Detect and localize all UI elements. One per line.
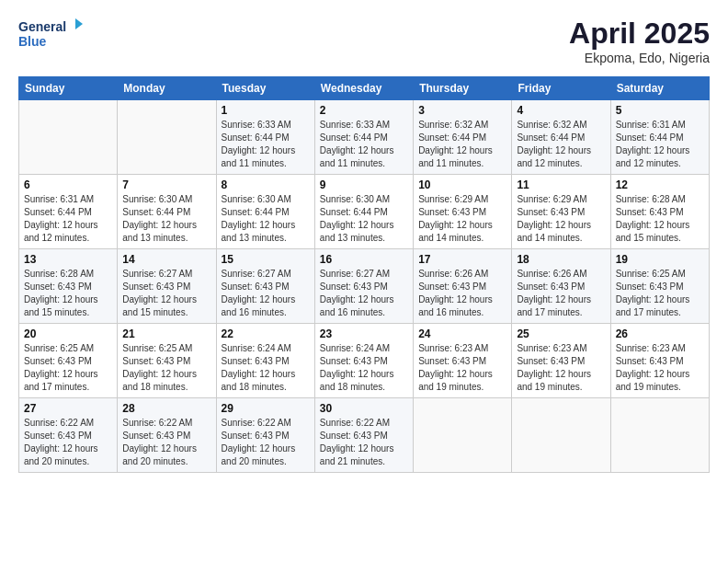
header-tuesday: Tuesday [216,77,314,100]
day-info: Sunrise: 6:23 AM Sunset: 6:43 PM Dayligh… [517,342,605,394]
calendar-cell: 10Sunrise: 6:29 AM Sunset: 6:43 PM Dayli… [414,175,512,249]
day-info: Sunrise: 6:27 AM Sunset: 6:43 PM Dayligh… [122,268,210,319]
day-info: Sunrise: 6:22 AM Sunset: 6:43 PM Dayligh… [122,417,210,468]
day-number: 27 [24,402,112,415]
day-number: 3 [418,104,506,117]
day-info: Sunrise: 6:27 AM Sunset: 6:43 PM Dayligh… [222,268,310,319]
calendar-cell: 25Sunrise: 6:23 AM Sunset: 6:43 PM Dayli… [512,324,610,398]
day-number: 16 [320,253,408,266]
calendar-table: Sunday Monday Tuesday Wednesday Thursday… [18,76,710,473]
day-number: 9 [320,178,408,191]
day-number: 5 [616,104,704,117]
day-info: Sunrise: 6:25 AM Sunset: 6:43 PM Dayligh… [616,268,704,319]
day-info: Sunrise: 6:29 AM Sunset: 6:43 PM Dayligh… [517,193,605,245]
calendar-cell: 9Sunrise: 6:30 AM Sunset: 6:44 PM Daylig… [314,175,413,249]
day-number: 11 [517,178,605,191]
calendar-cell: 2Sunrise: 6:33 AM Sunset: 6:44 PM Daylig… [314,100,413,175]
day-number: 24 [418,327,506,340]
day-info: Sunrise: 6:24 AM Sunset: 6:43 PM Dayligh… [222,342,310,394]
calendar-cell: 20Sunrise: 6:25 AM Sunset: 6:43 PM Dayli… [19,324,118,398]
day-number: 20 [24,327,112,340]
day-info: Sunrise: 6:32 AM Sunset: 6:44 PM Dayligh… [517,119,605,170]
day-info: Sunrise: 6:33 AM Sunset: 6:44 PM Dayligh… [222,119,310,170]
header-wednesday: Wednesday [314,77,413,100]
logo: General Blue [18,17,83,50]
weekday-header-row: Sunday Monday Tuesday Wednesday Thursday… [19,77,710,100]
day-number: 19 [616,253,704,266]
calendar-cell: 19Sunrise: 6:25 AM Sunset: 6:43 PM Dayli… [610,249,709,324]
day-info: Sunrise: 6:22 AM Sunset: 6:43 PM Dayligh… [320,417,408,468]
calendar-cell: 13Sunrise: 6:28 AM Sunset: 6:43 PM Dayli… [19,249,118,324]
day-info: Sunrise: 6:33 AM Sunset: 6:44 PM Dayligh… [320,119,408,170]
calendar-cell [118,100,216,175]
day-number: 6 [24,178,112,191]
day-info: Sunrise: 6:31 AM Sunset: 6:44 PM Dayligh… [24,193,112,245]
calendar-cell: 8Sunrise: 6:30 AM Sunset: 6:44 PM Daylig… [216,175,314,249]
calendar-cell: 1Sunrise: 6:33 AM Sunset: 6:44 PM Daylig… [216,100,314,175]
calendar-row-0: 1Sunrise: 6:33 AM Sunset: 6:44 PM Daylig… [19,100,710,175]
day-info: Sunrise: 6:30 AM Sunset: 6:44 PM Dayligh… [122,193,210,245]
calendar-cell: 6Sunrise: 6:31 AM Sunset: 6:44 PM Daylig… [19,175,118,249]
main-title: April 2025 [569,17,710,51]
calendar-cell: 26Sunrise: 6:23 AM Sunset: 6:43 PM Dayli… [610,324,709,398]
header-thursday: Thursday [414,77,512,100]
svg-marker-2 [75,18,83,29]
calendar-cell: 18Sunrise: 6:26 AM Sunset: 6:43 PM Dayli… [512,249,610,324]
calendar-cell: 11Sunrise: 6:29 AM Sunset: 6:43 PM Dayli… [512,175,610,249]
day-info: Sunrise: 6:30 AM Sunset: 6:44 PM Dayligh… [222,193,310,245]
calendar-cell: 16Sunrise: 6:27 AM Sunset: 6:43 PM Dayli… [314,249,413,324]
header-sunday: Sunday [19,77,118,100]
calendar-cell: 24Sunrise: 6:23 AM Sunset: 6:43 PM Dayli… [414,324,512,398]
day-number: 15 [222,253,310,266]
header-saturday: Saturday [610,77,709,100]
calendar-cell: 21Sunrise: 6:25 AM Sunset: 6:43 PM Dayli… [118,324,216,398]
calendar-cell: 7Sunrise: 6:30 AM Sunset: 6:44 PM Daylig… [118,175,216,249]
day-info: Sunrise: 6:26 AM Sunset: 6:43 PM Dayligh… [418,268,506,319]
day-number: 28 [122,402,210,415]
day-number: 25 [517,327,605,340]
calendar-cell: 14Sunrise: 6:27 AM Sunset: 6:43 PM Dayli… [118,249,216,324]
day-number: 17 [418,253,506,266]
page: General Blue April 2025 Ekpoma, Edo, Nig… [0,0,728,563]
svg-text:General: General [18,19,66,34]
day-number: 12 [616,178,704,191]
day-number: 13 [24,253,112,266]
calendar-cell: 23Sunrise: 6:24 AM Sunset: 6:43 PM Dayli… [314,324,413,398]
calendar-cell [19,100,118,175]
day-info: Sunrise: 6:22 AM Sunset: 6:43 PM Dayligh… [24,417,112,468]
header: General Blue April 2025 Ekpoma, Edo, Nig… [18,17,710,65]
calendar-cell [610,398,709,473]
calendar-cell: 5Sunrise: 6:31 AM Sunset: 6:44 PM Daylig… [610,100,709,175]
day-number: 29 [222,402,310,415]
day-info: Sunrise: 6:30 AM Sunset: 6:44 PM Dayligh… [320,193,408,245]
day-number: 2 [320,104,408,117]
svg-text:Blue: Blue [18,34,47,49]
subtitle: Ekpoma, Edo, Nigeria [569,51,710,65]
day-info: Sunrise: 6:23 AM Sunset: 6:43 PM Dayligh… [616,342,704,394]
calendar-cell: 22Sunrise: 6:24 AM Sunset: 6:43 PM Dayli… [216,324,314,398]
calendar-cell [414,398,512,473]
day-info: Sunrise: 6:25 AM Sunset: 6:43 PM Dayligh… [122,342,210,394]
day-number: 1 [222,104,310,117]
calendar-cell: 27Sunrise: 6:22 AM Sunset: 6:43 PM Dayli… [19,398,118,473]
day-number: 14 [122,253,210,266]
logo-svg: General Blue [18,17,83,50]
day-info: Sunrise: 6:23 AM Sunset: 6:43 PM Dayligh… [418,342,506,394]
calendar-cell [512,398,610,473]
calendar-row-3: 20Sunrise: 6:25 AM Sunset: 6:43 PM Dayli… [19,324,710,398]
calendar-cell: 29Sunrise: 6:22 AM Sunset: 6:43 PM Dayli… [216,398,314,473]
calendar-cell: 4Sunrise: 6:32 AM Sunset: 6:44 PM Daylig… [512,100,610,175]
calendar-cell: 12Sunrise: 6:28 AM Sunset: 6:43 PM Dayli… [610,175,709,249]
calendar-cell: 15Sunrise: 6:27 AM Sunset: 6:43 PM Dayli… [216,249,314,324]
day-info: Sunrise: 6:27 AM Sunset: 6:43 PM Dayligh… [320,268,408,319]
day-number: 26 [616,327,704,340]
calendar-row-4: 27Sunrise: 6:22 AM Sunset: 6:43 PM Dayli… [19,398,710,473]
header-monday: Monday [118,77,216,100]
day-number: 21 [122,327,210,340]
header-friday: Friday [512,77,610,100]
calendar-cell: 30Sunrise: 6:22 AM Sunset: 6:43 PM Dayli… [314,398,413,473]
day-info: Sunrise: 6:29 AM Sunset: 6:43 PM Dayligh… [418,193,506,245]
day-number: 22 [222,327,310,340]
day-info: Sunrise: 6:32 AM Sunset: 6:44 PM Dayligh… [418,119,506,170]
day-info: Sunrise: 6:22 AM Sunset: 6:43 PM Dayligh… [222,417,310,468]
